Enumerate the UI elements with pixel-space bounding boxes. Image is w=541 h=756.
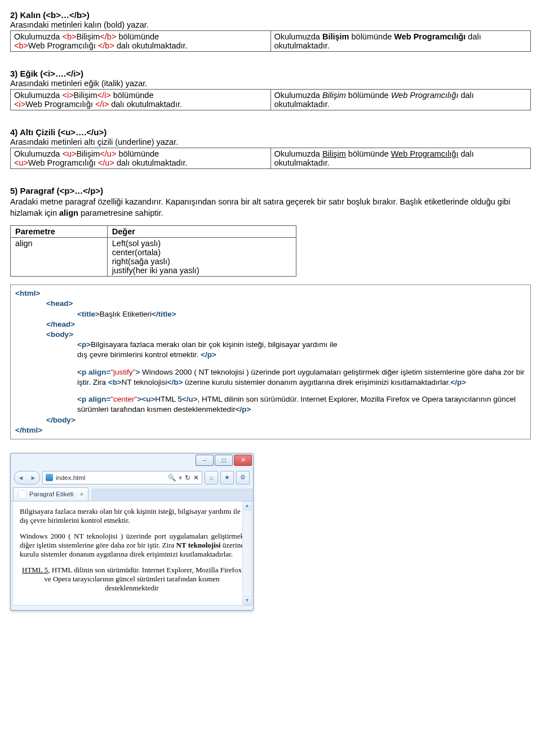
refresh-icon[interactable]: ↻ xyxy=(185,474,190,482)
favorites-button[interactable]: ★ xyxy=(220,471,234,484)
nav-buttons: ◄ ► xyxy=(14,471,40,484)
favicon xyxy=(18,490,26,499)
content-p1: Bilgisayara fazlaca merakı olan bir çok … xyxy=(20,507,244,525)
blurred-tab xyxy=(92,489,253,501)
scroll-up-icon[interactable]: ▲ xyxy=(243,502,251,510)
back-button[interactable]: ◄ xyxy=(15,472,27,484)
param-header-1: Paremetre xyxy=(11,226,108,238)
param-table: ParemetreDeğer align Left(sol yaslı) cen… xyxy=(10,225,296,277)
sec3-result-cell: Okulumuzda Bilişim bölümünde Web Program… xyxy=(270,90,531,110)
sec5-title: 5) Paragraf (<p>…</p>) xyxy=(10,186,531,195)
url-field[interactable]: index.html 🔍 ▾ ↻ ✕ xyxy=(42,471,202,484)
browser-tab[interactable]: Paragraf Etiketi × xyxy=(13,487,88,501)
close-button[interactable]: ✕ xyxy=(234,455,252,466)
sec4-table: Okulumuzda <u>Bilişim</u> bölümünde <u>W… xyxy=(10,148,531,169)
sec4-result-cell: Okulumuzda Bilişim bölümünde Web Program… xyxy=(270,148,531,169)
sec5-desc: Aradaki metne paragraf özelliği kazandır… xyxy=(10,197,531,219)
search-icon: 🔍 xyxy=(168,474,176,482)
tab-close-icon[interactable]: × xyxy=(80,491,83,497)
address-bar: ◄ ► index.html 🔍 ▾ ↻ ✕ ⌂ ★ ⚙ xyxy=(14,471,250,484)
sec2-title: 2) Kalın (<b>…</b>) xyxy=(10,10,531,20)
param-name: align xyxy=(11,238,108,277)
sec4-code-cell: Okulumuzda <u>Bilişim</u> bölümünde <u>W… xyxy=(11,148,271,169)
minimize-button[interactable]: ─ xyxy=(196,455,214,466)
home-button[interactable]: ⌂ xyxy=(205,471,218,484)
scroll-down-icon[interactable]: ▼ xyxy=(243,596,251,604)
page-content: Bilgisayara fazlaca merakı olan bir çok … xyxy=(12,501,251,606)
sec2-table: Okulumuzda <b>Bilişim</b> bölümünde <b>W… xyxy=(10,30,531,52)
sec4-title: 4) Altı Çizili (<u>….</u>) xyxy=(10,127,531,137)
sec3-code-cell: Okulumuzda <i>Bilişim</i> bölümünde <i>W… xyxy=(11,90,271,110)
sec3-title: 3) Eğik (<i>….</i>) xyxy=(10,69,531,78)
tab-title: Paragraf Etiketi xyxy=(29,491,74,497)
sec3-table: Okulumuzda <i>Bilişim</i> bölümünde <i>W… xyxy=(10,89,531,110)
code-example: <html> <head> <title>Başlık Etiketleri</… xyxy=(10,284,531,439)
url-text: index.html xyxy=(56,474,85,481)
content-p3: HTML 5, HTML dilinin son sürümüdür. Inte… xyxy=(20,566,244,593)
sec2-desc: Arasındaki metinleri kalın (bold) yazar. xyxy=(10,20,531,29)
sec4-desc: Arasındaki metinleri altı çizili (underl… xyxy=(10,137,531,146)
content-p2: Windows 2000 ( NT teknolojisi ) üzerinde… xyxy=(20,532,244,559)
browser-window: ─ ▢ ✕ ◄ ► index.html 🔍 ▾ ↻ ✕ ⌂ ★ ⚙ Parag… xyxy=(10,453,254,611)
stop-icon[interactable]: ✕ xyxy=(193,474,199,482)
tools-button[interactable]: ⚙ xyxy=(236,471,250,484)
param-values: Left(sol yaslı) center(ortala) right(sağ… xyxy=(107,238,296,277)
forward-button[interactable]: ► xyxy=(27,472,39,484)
param-header-2: Değer xyxy=(107,226,296,238)
maximize-button[interactable]: ▢ xyxy=(215,455,233,466)
sec3-desc: Arasındaki metinleri eğik (italik) yazar… xyxy=(10,79,531,88)
sec2-code-cell: Okulumuzda <b>Bilişim</b> bölümünde <b>W… xyxy=(11,31,271,52)
page-icon xyxy=(46,474,53,481)
tab-bar: Paragraf Etiketi × xyxy=(11,486,253,501)
window-titlebar: ─ ▢ ✕ xyxy=(11,453,253,470)
scrollbar[interactable]: ▲ ▼ xyxy=(242,501,252,605)
sec2-result-cell: Okulumuzda Bilişim bölümünde Web Program… xyxy=(270,31,531,52)
